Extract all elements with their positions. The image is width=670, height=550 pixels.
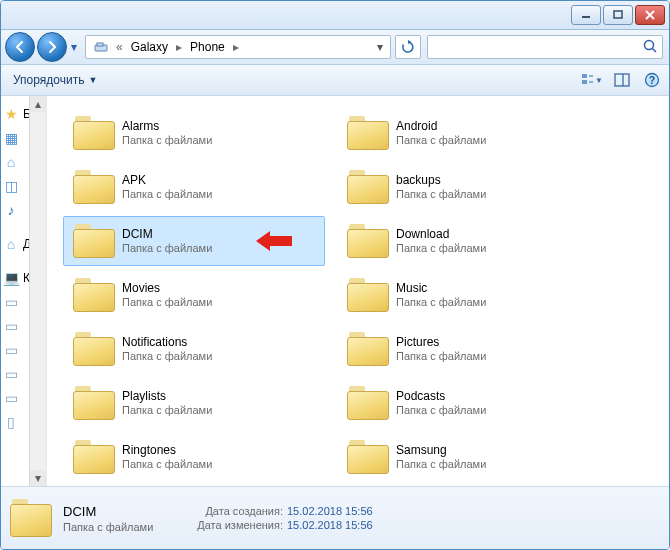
sidebar-item-icon: ⌂ [3,236,19,252]
callout-arrow-icon [256,230,292,252]
folder-icon [72,384,116,422]
command-bar: Упорядочить ▼ ▼ ? [1,65,669,96]
folder-item[interactable]: MusicПапка с файлами [337,270,599,320]
crumb-device-icon[interactable] [88,36,114,58]
sidebar-item-icon: ◫ [3,178,19,194]
scroll-down-icon[interactable]: ▾ [30,470,46,486]
chevron-right-icon: ▸ [174,40,184,54]
folder-icon [346,384,390,422]
folder-item[interactable]: APKПапка с файлами [63,162,325,212]
sidebar-scrollbar[interactable]: ▴ ▾ [29,96,46,486]
folder-subtitle: Папка с файлами [396,187,486,201]
folder-subtitle: Папка с файлами [396,349,486,363]
folder-icon [346,330,390,368]
folder-item[interactable]: RingtonesПапка с файлами [63,432,325,482]
sidebar-item-icon: ▭ [3,390,19,406]
folder-subtitle: Папка с файлами [122,241,212,255]
folder-name: APK [122,173,212,187]
folder-name: Android [396,119,486,133]
svg-text:?: ? [649,75,655,86]
details-pane: DCIM Папка с файлами Дата создания: 15.0… [1,486,669,549]
sidebar-item-icon: ▭ [3,342,19,358]
folder-icon [72,438,116,476]
folder-name: Notifications [122,335,212,349]
sidebar-item-icon: ▦ [3,130,19,146]
folder-subtitle: Папка с файлами [122,133,212,147]
scroll-track[interactable] [30,112,46,470]
navigation-bar: ▾ « Galaxy ▸ Phone ▸ ▾ [1,30,669,65]
folder-name: Samsung [396,443,486,457]
organize-label: Упорядочить [13,73,84,87]
sidebar-item-icon: ▯ [3,414,19,430]
folder-item[interactable]: MoviesПапка с файлами [63,270,325,320]
folder-item[interactable]: AlarmsПапка с файлами [63,108,325,158]
breadcrumb-galaxy[interactable]: Galaxy [125,36,174,58]
folder-item[interactable]: DCIMПапка с файлами [63,216,325,266]
folder-icon [72,276,116,314]
folder-name: Movies [122,281,212,295]
explorer-window: ▾ « Galaxy ▸ Phone ▸ ▾ Упорядочить ▼ [0,0,670,550]
minimize-button[interactable] [571,5,601,25]
svg-rect-1 [614,11,622,18]
folder-subtitle: Папка с файлами [396,403,486,417]
preview-pane-button[interactable] [611,70,633,90]
forward-button[interactable] [37,32,67,62]
folder-item[interactable]: AndroidПапка с файлами [337,108,599,158]
folder-item[interactable]: PicturesПапка с файлами [337,324,599,374]
folder-icon [346,168,390,206]
folder-subtitle: Папка с файлами [396,133,486,147]
folder-item[interactable]: backupsПапка с файлами [337,162,599,212]
history-dropdown-icon[interactable]: ▾ [69,40,79,54]
refresh-button[interactable] [395,35,421,59]
content-area: ★Би▦⌂◫♪⌂Дс💻Кс▭▭▭▭▭▯ ▴ ▾ AlarmsПапка с фа… [1,96,669,486]
folder-icon [9,498,53,538]
folder-icon [346,276,390,314]
close-button[interactable] [635,5,665,25]
view-options-button[interactable]: ▼ [581,70,603,90]
folder-subtitle: Папка с файлами [122,349,212,363]
search-input[interactable] [427,35,663,59]
help-button[interactable]: ? [641,70,663,90]
folder-subtitle: Папка с файлами [122,403,212,417]
folder-name: DCIM [122,227,212,241]
folder-item[interactable]: PlaylistsПапка с файлами [63,378,325,428]
folder-subtitle: Папка с файлами [122,457,212,471]
sidebar-item-icon: ▭ [3,366,19,382]
breadcrumb-phone[interactable]: Phone [184,36,231,58]
svg-marker-16 [256,231,292,251]
svg-point-6 [645,41,654,50]
svg-rect-5 [97,43,103,46]
folder-name: backups [396,173,486,187]
folder-icon [346,222,390,260]
folder-item[interactable]: SamsungПапка с файлами [337,432,599,482]
sidebar-item-icon: ♪ [3,202,19,218]
details-created-label: Дата создания: [183,505,283,517]
folder-item[interactable]: NotificationsПапка с файлами [63,324,325,374]
folder-subtitle: Папка с файлами [122,295,212,309]
folder-subtitle: Папка с файлами [396,457,486,471]
title-bar [1,1,669,30]
chevron-down-icon: ▼ [88,75,97,85]
sidebar-item-icon: ★ [3,106,19,122]
address-bar[interactable]: « Galaxy ▸ Phone ▸ ▾ [85,35,391,59]
folder-icon [72,114,116,152]
search-icon [642,38,658,57]
folder-subtitle: Папка с файлами [396,241,486,255]
folder-subtitle: Папка с файлами [122,187,212,201]
address-dropdown-icon[interactable]: ▾ [372,40,388,54]
navigation-pane[interactable]: ★Би▦⌂◫♪⌂Дс💻Кс▭▭▭▭▭▯ ▴ ▾ [1,96,47,486]
folder-icon [346,438,390,476]
scroll-up-icon[interactable]: ▴ [30,96,46,112]
maximize-button[interactable] [603,5,633,25]
file-list[interactable]: AlarmsПапка с файламиAndroidПапка с файл… [47,96,669,486]
svg-line-7 [653,49,657,53]
back-button[interactable] [5,32,35,62]
sidebar-item-icon: ▭ [3,318,19,334]
folder-subtitle: Папка с файлами [396,295,486,309]
folder-item[interactable]: PodcastsПапка с файлами [337,378,599,428]
folder-item[interactable]: DownloadПапка с файлами [337,216,599,266]
details-type: Папка с файлами [63,521,173,533]
organize-menu[interactable]: Упорядочить ▼ [7,71,103,89]
details-modified-value: 15.02.2018 15:56 [287,519,373,531]
folder-icon [72,330,116,368]
